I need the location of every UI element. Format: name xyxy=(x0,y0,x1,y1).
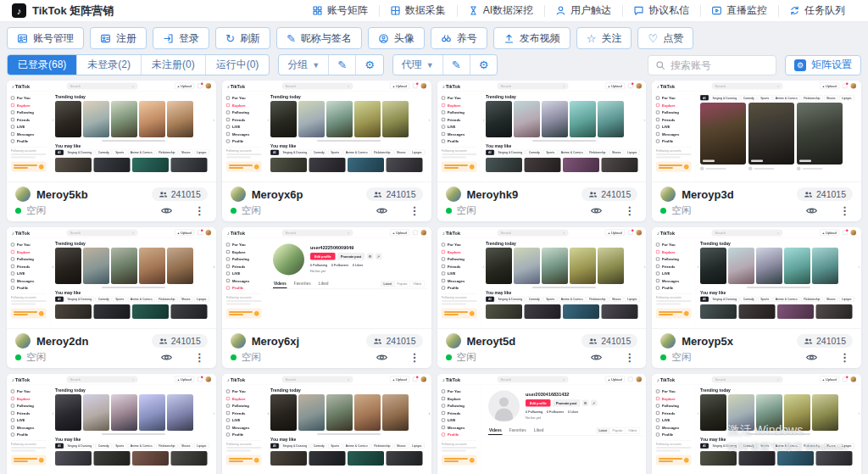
more-menu-button[interactable]: ⋮ xyxy=(407,351,423,364)
group-dropdown[interactable]: 分组 ▼ xyxy=(279,55,328,75)
status-tab[interactable]: 已登录(68) xyxy=(8,55,76,75)
account-browser-thumbnail[interactable]: ♪TikTok Search⌕ +Upload For YouExploreFo… xyxy=(7,227,216,329)
view-button[interactable] xyxy=(590,204,603,217)
more-menu-button[interactable]: ⋮ xyxy=(837,351,853,364)
account-browser-thumbnail[interactable]: ♪TikTok Search⌕ +Upload For YouExploreFo… xyxy=(437,374,647,474)
toolbar-button[interactable]: ↻刷新 xyxy=(215,27,270,49)
top-nav-item[interactable]: AI数据深挖 xyxy=(457,0,544,22)
top-nav-item[interactable]: 协议私信 xyxy=(622,0,700,22)
top-nav-item[interactable]: 任务队列 xyxy=(778,0,856,22)
matrix-settings-button[interactable]: ⚙ 矩阵设置 xyxy=(785,55,861,75)
top-nav-item[interactable]: 账号矩阵 xyxy=(301,0,379,22)
mini-sidebar-item: Profile xyxy=(656,284,692,292)
account-card: ♪TikTok Search⌕ +Upload For YouExploreFo… xyxy=(222,374,431,474)
mini-category-chip: Singing & Dancing xyxy=(64,443,94,449)
account-status: 空闲 xyxy=(671,351,800,364)
followers-people-icon xyxy=(588,337,598,346)
mini-sidebar-item: For You xyxy=(11,94,47,102)
mini-category-chip: Relationship xyxy=(801,297,822,303)
proxy-edit-button[interactable]: ✎ xyxy=(442,55,470,75)
followers-count: 241015 xyxy=(386,336,415,346)
top-nav-item[interactable]: 用户触达 xyxy=(544,0,622,22)
account-browser-thumbnail[interactable]: ♪TikTok Search⌕ +Upload For YouExploreFo… xyxy=(652,81,861,182)
more-menu-button[interactable]: ⋮ xyxy=(407,204,423,217)
view-button[interactable] xyxy=(160,204,173,217)
proxy-settings-button[interactable]: ⚙ xyxy=(470,55,498,75)
tiktok-note-icon: ♪ xyxy=(442,83,445,88)
more-menu-button[interactable]: ⋮ xyxy=(837,204,853,217)
account-browser-thumbnail[interactable]: ♪TikTok Search⌕ +Upload For YouExploreFo… xyxy=(222,374,431,474)
mini-sidebar-item: Friends xyxy=(656,410,692,417)
status-tab[interactable]: 未注册(0) xyxy=(141,55,205,75)
top-nav-item[interactable]: 直播监控 xyxy=(700,0,778,22)
mini-category-chip: Sports xyxy=(543,150,557,156)
account-browser-thumbnail[interactable]: ♪TikTok Search⌕ +Upload For YouExploreFo… xyxy=(222,227,431,329)
toolbar-button[interactable]: ♡点赞 xyxy=(637,27,693,49)
proxy-dropdown[interactable]: 代理 ▼ xyxy=(393,55,442,75)
account-browser-thumbnail[interactable]: ♪TikTok Search⌕ +Upload For YouExploreFo… xyxy=(652,374,861,474)
mini-category-chip: Relationship xyxy=(801,95,822,101)
mini-category-chip: Shows xyxy=(179,297,193,303)
mini-login-promo xyxy=(442,162,477,172)
search-input[interactable] xyxy=(670,59,769,71)
toolbar-button[interactable]: 账号管理 xyxy=(7,27,84,49)
mini-tiktok-logo: TikTok xyxy=(660,230,675,235)
toolbar-button[interactable]: 登录 xyxy=(153,27,209,49)
status-tab[interactable]: 未登录(2) xyxy=(76,55,141,75)
mini-sidebar-item: LIVE xyxy=(656,123,692,131)
account-browser-thumbnail[interactable]: ♪TikTok Search⌕ +Upload For YouExploreFo… xyxy=(7,374,216,474)
status-dot xyxy=(660,354,666,360)
mini-sidebar: For YouExploreFollowingFriendsLIVEMessag… xyxy=(11,388,47,438)
toolbar-button[interactable]: ✎昵称与签名 xyxy=(276,27,362,49)
account-browser-thumbnail[interactable]: ♪TikTok Search⌕ +Upload For YouExploreFo… xyxy=(437,227,647,329)
top-nav-item[interactable]: 数据采集 xyxy=(379,0,457,22)
search-icon: ⌕ xyxy=(132,231,135,236)
toolbar-button[interactable]: 养号 xyxy=(431,27,487,49)
status-tab[interactable]: 运行中(0) xyxy=(205,55,270,75)
mini-profile-bio: No bio yet xyxy=(526,415,597,420)
mini-user-avatar xyxy=(851,230,857,236)
mini-sidebar-item: For You xyxy=(11,241,47,248)
mini-tiktok-logo: TikTok xyxy=(231,83,245,88)
mini-login-promo xyxy=(656,162,692,172)
mini-category-chip: Shows xyxy=(179,150,193,156)
mini-sidebar-item: Following xyxy=(442,402,477,410)
mini-sidebar-item: Messages xyxy=(11,131,47,138)
view-button[interactable] xyxy=(805,351,818,364)
account-browser-thumbnail[interactable]: ♪TikTok Search⌕ +Upload For YouExploreFo… xyxy=(7,81,216,182)
more-menu-button[interactable]: ⋮ xyxy=(192,351,208,364)
account-browser-thumbnail[interactable]: ♪TikTok Search⌕ +Upload For YouExploreFo… xyxy=(222,81,431,182)
account-card: ♪TikTok Search⌕ +Upload For YouExploreFo… xyxy=(222,81,431,221)
toolbar-button[interactable]: 注册 xyxy=(90,27,147,49)
status-dot xyxy=(446,208,452,214)
mini-sidebar-item: Messages xyxy=(11,424,47,432)
view-button[interactable] xyxy=(376,204,388,217)
account-browser-thumbnail[interactable]: ♪TikTok Search⌕ +Upload For YouExploreFo… xyxy=(652,227,861,329)
account-browser-thumbnail[interactable]: ♪TikTok Search⌕ +Upload For YouExploreFo… xyxy=(437,81,647,182)
account-card: ♪TikTok Search⌕ +Upload For YouExploreFo… xyxy=(437,81,647,221)
more-menu-button[interactable]: ⋮ xyxy=(192,204,208,217)
toolbar-button[interactable]: 发布视频 xyxy=(493,27,570,49)
mini-sidebar-item: Friends xyxy=(11,116,47,124)
mini-category-chip: Anime & Comics xyxy=(773,95,800,101)
mini-sidebar-item: LIVE xyxy=(442,123,477,131)
mini-edit-profile-button: Edit profile xyxy=(310,253,336,260)
view-button[interactable] xyxy=(376,351,388,364)
account-grid: ♪TikTok Search⌕ +Upload For YouExploreFo… xyxy=(0,75,868,474)
mini-sidebar-item: For You xyxy=(226,94,262,102)
toolbar-button[interactable]: ☆关注 xyxy=(576,27,632,49)
mini-category-chips: AllSinging & DancingComedySportsAnime & … xyxy=(55,443,212,449)
more-menu-button[interactable]: ⋮ xyxy=(621,351,637,364)
coin-icon xyxy=(470,311,475,316)
more-menu-button[interactable]: ⋮ xyxy=(621,204,637,217)
view-button[interactable] xyxy=(805,204,818,217)
mini-user-avatar xyxy=(636,83,642,89)
view-button[interactable] xyxy=(590,351,603,364)
view-button[interactable] xyxy=(160,351,173,364)
account-name: Meroyx6p xyxy=(252,188,361,201)
toolbar-button[interactable]: 头像 xyxy=(368,27,425,49)
account-card: ♪TikTok Search⌕ +Upload For YouExploreFo… xyxy=(222,227,431,368)
group-settings-button[interactable]: ⚙ xyxy=(355,55,383,75)
group-edit-button[interactable]: ✎ xyxy=(328,55,355,75)
mini-category-chip: Lipsync xyxy=(624,297,639,303)
